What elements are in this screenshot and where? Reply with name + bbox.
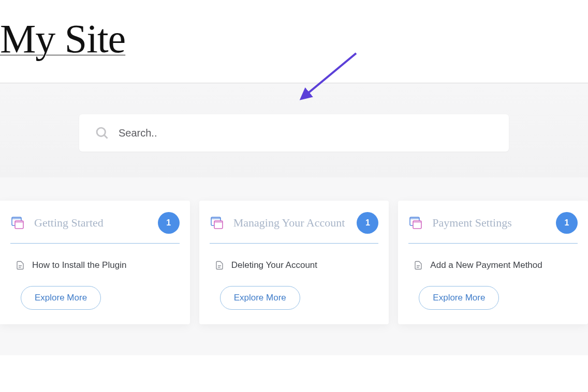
card-header: Payment Settings 1 [408, 212, 578, 244]
explore-more-button[interactable]: Explore More [419, 286, 499, 310]
category-icon [210, 216, 224, 230]
card-title: Payment Settings [432, 216, 547, 230]
document-icon [215, 261, 224, 270]
article-link[interactable]: Deleting Your Account [210, 258, 379, 276]
svg-line-2 [104, 135, 107, 138]
category-card-payment-settings: Payment Settings 1 Add a New Payment Met… [398, 201, 588, 324]
card-title: Getting Started [34, 216, 149, 230]
search-section [0, 83, 588, 177]
document-icon [16, 261, 25, 270]
article-title: Add a New Payment Method [430, 260, 542, 270]
svg-rect-6 [15, 221, 23, 223]
svg-rect-16 [410, 217, 419, 219]
search-icon [95, 126, 109, 140]
search-box[interactable] [79, 114, 509, 152]
site-title[interactable]: My Site [0, 16, 588, 62]
card-title: Managing Your Account [233, 216, 348, 230]
article-link[interactable]: How to Install the Plugin [10, 258, 180, 276]
search-input[interactable] [119, 127, 493, 139]
explore-more-button[interactable]: Explore More [21, 286, 101, 310]
cards-section: Getting Started 1 How to Install the Plu… [0, 177, 588, 355]
category-card-getting-started: Getting Started 1 How to Install the Plu… [0, 201, 190, 324]
category-card-managing-account: Managing Your Account 1 Deleting Your Ac… [199, 201, 389, 324]
article-title: Deleting Your Account [231, 260, 317, 270]
card-header: Getting Started 1 [10, 212, 180, 244]
svg-point-1 [97, 128, 105, 136]
card-count-badge: 1 [556, 212, 578, 234]
card-count-badge: 1 [357, 212, 378, 234]
card-count-badge: 1 [158, 212, 180, 234]
explore-more-button[interactable]: Explore More [220, 286, 300, 310]
svg-rect-18 [413, 221, 421, 223]
cards-row: Getting Started 1 How to Install the Plu… [0, 201, 588, 324]
category-icon [10, 216, 25, 230]
card-header: Managing Your Account 1 [210, 212, 379, 244]
svg-rect-10 [211, 217, 220, 219]
article-link[interactable]: Add a New Payment Method [408, 258, 578, 276]
article-title: How to Install the Plugin [32, 260, 126, 270]
site-header: My Site [0, 0, 588, 83]
document-icon [414, 261, 423, 270]
svg-rect-12 [214, 221, 223, 223]
category-icon [408, 216, 423, 230]
svg-rect-4 [12, 217, 21, 219]
